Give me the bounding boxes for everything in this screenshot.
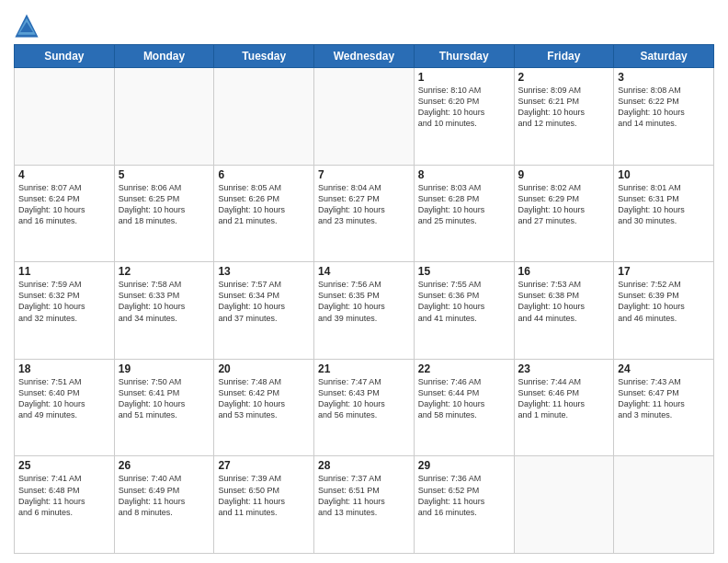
day-info: Sunrise: 8:10 AM Sunset: 6:20 PM Dayligh… (418, 85, 510, 130)
calendar-cell: 3Sunrise: 8:08 AM Sunset: 6:22 PM Daylig… (614, 68, 714, 166)
calendar-cell: 18Sunrise: 7:51 AM Sunset: 6:40 PM Dayli… (15, 359, 115, 456)
calendar-cell: 15Sunrise: 7:55 AM Sunset: 6:36 PM Dayli… (414, 262, 514, 360)
calendar-cell (314, 68, 415, 166)
day-info: Sunrise: 8:09 AM Sunset: 6:21 PM Dayligh… (518, 85, 610, 130)
logo-icon (14, 13, 40, 39)
day-info: Sunrise: 8:06 AM Sunset: 6:25 PM Dayligh… (119, 182, 210, 227)
day-info: Sunrise: 8:05 AM Sunset: 6:26 PM Dayligh… (218, 182, 310, 227)
day-number: 17 (618, 265, 710, 278)
day-info: Sunrise: 8:04 AM Sunset: 6:27 PM Dayligh… (318, 182, 410, 227)
day-info: Sunrise: 8:03 AM Sunset: 6:28 PM Dayligh… (418, 182, 510, 227)
calendar-week-row: 18Sunrise: 7:51 AM Sunset: 6:40 PM Dayli… (15, 359, 714, 456)
day-info: Sunrise: 7:47 AM Sunset: 6:43 PM Dayligh… (318, 376, 410, 421)
day-info: Sunrise: 7:46 AM Sunset: 6:44 PM Dayligh… (418, 376, 510, 421)
day-info: Sunrise: 7:37 AM Sunset: 6:51 PM Dayligh… (318, 473, 410, 518)
calendar-cell: 6Sunrise: 8:05 AM Sunset: 6:26 PM Daylig… (214, 165, 314, 262)
calendar-cell: 16Sunrise: 7:53 AM Sunset: 6:38 PM Dayli… (514, 262, 614, 360)
calendar-cell (214, 68, 314, 166)
day-info: Sunrise: 7:39 AM Sunset: 6:50 PM Dayligh… (218, 473, 310, 518)
calendar-week-row: 1Sunrise: 8:10 AM Sunset: 6:20 PM Daylig… (15, 68, 714, 166)
calendar-cell: 29Sunrise: 7:36 AM Sunset: 6:52 PM Dayli… (414, 456, 514, 554)
day-number: 4 (18, 168, 110, 181)
calendar-cell: 22Sunrise: 7:46 AM Sunset: 6:44 PM Dayli… (414, 359, 514, 456)
weekday-header-tuesday: Tuesday (214, 45, 314, 68)
weekday-header-monday: Monday (114, 45, 214, 68)
weekday-header-sunday: Sunday (15, 45, 115, 68)
day-info: Sunrise: 8:07 AM Sunset: 6:24 PM Dayligh… (18, 182, 110, 227)
calendar-cell: 14Sunrise: 7:56 AM Sunset: 6:35 PM Dayli… (314, 262, 415, 360)
day-number: 8 (418, 168, 510, 181)
calendar-week-row: 25Sunrise: 7:41 AM Sunset: 6:48 PM Dayli… (15, 456, 714, 554)
calendar-cell: 21Sunrise: 7:47 AM Sunset: 6:43 PM Dayli… (314, 359, 415, 456)
day-info: Sunrise: 8:02 AM Sunset: 6:29 PM Dayligh… (518, 182, 610, 227)
logo (14, 13, 41, 39)
day-number: 15 (418, 265, 510, 278)
day-number: 19 (119, 362, 210, 375)
calendar-cell: 12Sunrise: 7:58 AM Sunset: 6:33 PM Dayli… (114, 262, 214, 360)
weekday-header-thursday: Thursday (414, 45, 514, 68)
calendar-week-row: 11Sunrise: 7:59 AM Sunset: 6:32 PM Dayli… (15, 262, 714, 360)
page: SundayMondayTuesdayWednesdayThursdayFrid… (0, 0, 728, 563)
day-number: 11 (18, 265, 110, 278)
calendar-cell: 19Sunrise: 7:50 AM Sunset: 6:41 PM Dayli… (114, 359, 214, 456)
day-info: Sunrise: 7:53 AM Sunset: 6:38 PM Dayligh… (518, 279, 610, 324)
day-info: Sunrise: 7:41 AM Sunset: 6:48 PM Dayligh… (18, 473, 110, 518)
day-number: 25 (18, 459, 110, 472)
day-info: Sunrise: 8:08 AM Sunset: 6:22 PM Dayligh… (618, 85, 710, 130)
calendar-cell: 1Sunrise: 8:10 AM Sunset: 6:20 PM Daylig… (414, 68, 514, 166)
calendar-cell: 4Sunrise: 8:07 AM Sunset: 6:24 PM Daylig… (15, 165, 115, 262)
calendar-cell: 23Sunrise: 7:44 AM Sunset: 6:46 PM Dayli… (514, 359, 614, 456)
day-info: Sunrise: 7:40 AM Sunset: 6:49 PM Dayligh… (119, 473, 210, 518)
calendar-week-row: 4Sunrise: 8:07 AM Sunset: 6:24 PM Daylig… (15, 165, 714, 262)
day-number: 3 (618, 71, 710, 84)
calendar-cell: 9Sunrise: 8:02 AM Sunset: 6:29 PM Daylig… (514, 165, 614, 262)
calendar-cell (15, 68, 115, 166)
day-number: 9 (518, 168, 610, 181)
calendar-cell: 11Sunrise: 7:59 AM Sunset: 6:32 PM Dayli… (15, 262, 115, 360)
day-number: 14 (318, 265, 410, 278)
day-info: Sunrise: 7:58 AM Sunset: 6:33 PM Dayligh… (119, 279, 210, 324)
calendar-cell: 5Sunrise: 8:06 AM Sunset: 6:25 PM Daylig… (114, 165, 214, 262)
day-number: 16 (518, 265, 610, 278)
day-number: 1 (418, 71, 510, 84)
day-info: Sunrise: 7:43 AM Sunset: 6:47 PM Dayligh… (618, 376, 710, 421)
calendar-cell: 8Sunrise: 8:03 AM Sunset: 6:28 PM Daylig… (414, 165, 514, 262)
calendar-cell: 7Sunrise: 8:04 AM Sunset: 6:27 PM Daylig… (314, 165, 415, 262)
day-number: 24 (618, 362, 710, 375)
day-info: Sunrise: 7:55 AM Sunset: 6:36 PM Dayligh… (418, 279, 510, 324)
calendar-cell: 26Sunrise: 7:40 AM Sunset: 6:49 PM Dayli… (114, 456, 214, 554)
day-info: Sunrise: 7:48 AM Sunset: 6:42 PM Dayligh… (218, 376, 310, 421)
calendar-cell: 25Sunrise: 7:41 AM Sunset: 6:48 PM Dayli… (15, 456, 115, 554)
day-info: Sunrise: 8:01 AM Sunset: 6:31 PM Dayligh… (618, 182, 710, 227)
day-number: 13 (218, 265, 310, 278)
day-number: 20 (218, 362, 310, 375)
calendar-cell (514, 456, 614, 554)
day-info: Sunrise: 7:57 AM Sunset: 6:34 PM Dayligh… (218, 279, 310, 324)
calendar-cell: 13Sunrise: 7:57 AM Sunset: 6:34 PM Dayli… (214, 262, 314, 360)
weekday-header-row: SundayMondayTuesdayWednesdayThursdayFrid… (15, 45, 714, 68)
day-number: 7 (318, 168, 410, 181)
day-info: Sunrise: 7:59 AM Sunset: 6:32 PM Dayligh… (18, 279, 110, 324)
day-info: Sunrise: 7:44 AM Sunset: 6:46 PM Dayligh… (518, 376, 610, 421)
day-number: 2 (518, 71, 610, 84)
day-number: 12 (119, 265, 210, 278)
day-number: 5 (119, 168, 210, 181)
day-info: Sunrise: 7:52 AM Sunset: 6:39 PM Dayligh… (618, 279, 710, 324)
day-info: Sunrise: 7:51 AM Sunset: 6:40 PM Dayligh… (18, 376, 110, 421)
calendar-cell (114, 68, 214, 166)
day-info: Sunrise: 7:36 AM Sunset: 6:52 PM Dayligh… (418, 473, 510, 518)
day-number: 27 (218, 459, 310, 472)
day-number: 6 (218, 168, 310, 181)
calendar-cell: 17Sunrise: 7:52 AM Sunset: 6:39 PM Dayli… (614, 262, 714, 360)
calendar-cell: 28Sunrise: 7:37 AM Sunset: 6:51 PM Dayli… (314, 456, 415, 554)
weekday-header-friday: Friday (514, 45, 614, 68)
calendar-cell: 24Sunrise: 7:43 AM Sunset: 6:47 PM Dayli… (614, 359, 714, 456)
day-number: 23 (518, 362, 610, 375)
calendar-cell: 2Sunrise: 8:09 AM Sunset: 6:21 PM Daylig… (514, 68, 614, 166)
header (14, 9, 714, 39)
day-info: Sunrise: 7:56 AM Sunset: 6:35 PM Dayligh… (318, 279, 410, 324)
calendar-cell: 27Sunrise: 7:39 AM Sunset: 6:50 PM Dayli… (214, 456, 314, 554)
calendar-cell (614, 456, 714, 554)
day-number: 21 (318, 362, 410, 375)
day-number: 29 (418, 459, 510, 472)
